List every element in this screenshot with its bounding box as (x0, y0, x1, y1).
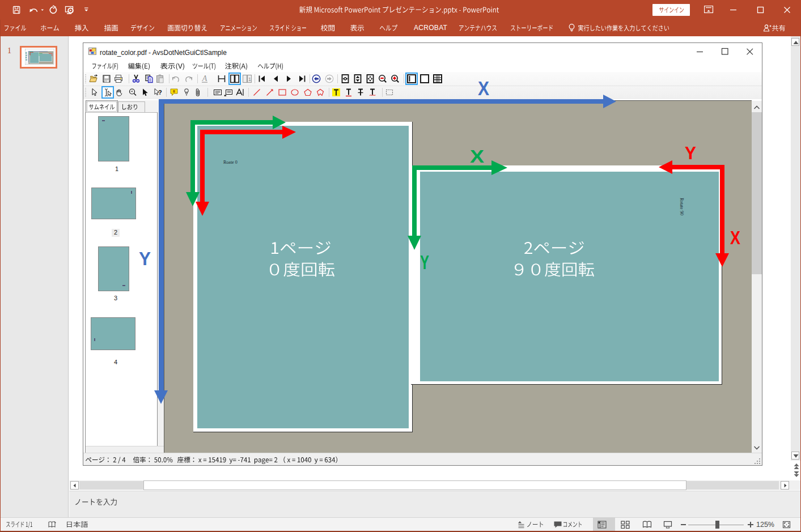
svg-text:Y: Y (139, 252, 151, 265)
svg-text:Y: Y (685, 147, 696, 159)
svg-text:X: X (478, 81, 489, 95)
svg-text:Y: Y (420, 255, 429, 269)
svg-text:X: X (470, 150, 484, 163)
svg-text:X: X (730, 231, 740, 244)
